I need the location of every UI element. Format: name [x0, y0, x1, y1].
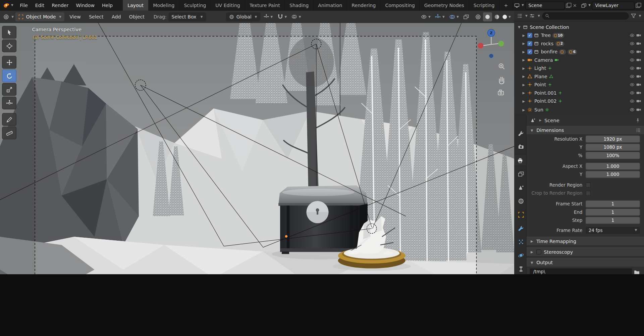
- tab-rendering[interactable]: Rendering: [347, 0, 381, 11]
- outliner-row-rocks[interactable]: ▶ ✓ rocks 2: [514, 40, 644, 48]
- collection-checkbox[interactable]: ✓: [527, 49, 532, 54]
- viewport-3d-scene[interactable]: [0, 23, 514, 274]
- outliner-row-plane[interactable]: ▶ Plane: [514, 73, 644, 81]
- hide-eye-icon[interactable]: [630, 57, 635, 62]
- display-mode-icon[interactable]: [530, 13, 535, 18]
- tab-texture-paint[interactable]: Texture Paint: [245, 0, 285, 11]
- expand-icon[interactable]: ▶: [522, 58, 526, 62]
- shading-rendered-button[interactable]: ▼: [502, 12, 511, 21]
- shading-material-button[interactable]: [492, 12, 501, 21]
- menu-select[interactable]: Select: [86, 14, 107, 19]
- outliner-row-camera[interactable]: ▶ Camera: [514, 56, 644, 64]
- hide-eye-icon[interactable]: [630, 107, 635, 112]
- tool-annotate[interactable]: [2, 113, 16, 126]
- tab-modeling[interactable]: Modeling: [149, 0, 179, 11]
- unlink-scene-button[interactable]: ×: [572, 2, 578, 8]
- tab-animation[interactable]: Animation: [314, 0, 347, 11]
- menu-edit[interactable]: Edit: [32, 0, 48, 11]
- collection-checkbox[interactable]: ✓: [527, 33, 532, 38]
- filter-icon[interactable]: [631, 13, 636, 18]
- 3d-viewport[interactable]: Camera Perspective (0) Scene Collection …: [0, 23, 514, 274]
- tool-rotate[interactable]: [2, 69, 16, 82]
- output-path-field[interactable]: /tmp\: [530, 269, 632, 274]
- collection-checkbox[interactable]: ✓: [527, 41, 532, 46]
- tab-tool[interactable]: [516, 128, 526, 138]
- tool-scale[interactable]: [2, 83, 16, 96]
- tool-measure[interactable]: [2, 127, 16, 139]
- navigation-gizmo[interactable]: Z: [471, 26, 512, 104]
- render-visibility-camera-icon[interactable]: [636, 57, 641, 62]
- menu-object[interactable]: Object: [126, 14, 148, 19]
- tab-particles[interactable]: [516, 237, 526, 246]
- tool-move[interactable]: [2, 56, 16, 69]
- tool-cursor[interactable]: [2, 40, 16, 52]
- object-visibility-dropdown[interactable]: ▼: [419, 12, 432, 21]
- expand-icon[interactable]: ▶: [522, 75, 526, 78]
- hide-eye-icon[interactable]: [630, 66, 635, 71]
- expand-icon[interactable]: ▶: [522, 42, 526, 45]
- tab-render[interactable]: [516, 142, 526, 151]
- pin-icon[interactable]: [635, 118, 640, 123]
- render-visibility-camera-icon[interactable]: [636, 90, 641, 95]
- panel-time-remapping-header[interactable]: ▶ Time Remapping: [527, 237, 644, 246]
- render-region-checkbox[interactable]: ✓: [586, 183, 591, 188]
- expand-icon[interactable]: ▶: [522, 91, 526, 95]
- scene-browse-icon[interactable]: [514, 3, 520, 8]
- panel-dimensions-header[interactable]: ▼ Dimensions: [527, 126, 644, 135]
- hide-eye-icon[interactable]: [630, 90, 635, 95]
- menu-add[interactable]: Add: [108, 14, 124, 19]
- folder-icon[interactable]: [634, 269, 640, 274]
- editor-type-3d-viewport-icon[interactable]: [3, 14, 9, 19]
- tab-uv-editing[interactable]: UV Editing: [211, 0, 245, 11]
- transform-orientation-dropdown[interactable]: Global ▼: [226, 12, 260, 21]
- tab-geometry-nodes[interactable]: Geometry Nodes: [420, 0, 469, 11]
- panel-output-header[interactable]: ▼ Output: [527, 258, 644, 267]
- hide-eye-icon[interactable]: [630, 99, 635, 104]
- resolution-y-field[interactable]: 1080 px: [586, 144, 640, 151]
- tab-view-layer[interactable]: [516, 169, 526, 179]
- render-visibility-camera-icon[interactable]: [636, 99, 641, 104]
- outliner-row-point[interactable]: ▶ Point: [514, 81, 644, 89]
- hide-eye-icon[interactable]: [630, 49, 635, 54]
- expand-icon[interactable]: ▶: [522, 34, 526, 37]
- aspect-x-field[interactable]: 1.000: [586, 162, 640, 170]
- show-gizmo-toggle[interactable]: ▼: [433, 12, 446, 21]
- resolution-x-field[interactable]: 1920 px: [586, 135, 640, 142]
- new-scene-button[interactable]: [566, 3, 571, 8]
- new-viewlayer-button[interactable]: [636, 3, 641, 8]
- tab-object[interactable]: [516, 209, 526, 219]
- frame-step-field[interactable]: 1: [586, 217, 640, 224]
- outliner-row-point-001[interactable]: ▶ Point.001: [514, 89, 644, 97]
- render-visibility-camera-icon[interactable]: [636, 74, 641, 79]
- editor-type-outliner-icon[interactable]: [517, 13, 523, 18]
- outliner-row-sun[interactable]: ▶ Sun: [514, 106, 644, 114]
- resolution-percent-field[interactable]: 100%: [586, 152, 640, 159]
- snap-target-dropdown[interactable]: ▼: [262, 12, 274, 21]
- render-visibility-camera-icon[interactable]: [636, 49, 641, 54]
- tab-world[interactable]: [516, 196, 526, 206]
- expand-icon[interactable]: ▶: [522, 50, 526, 54]
- render-visibility-camera-icon[interactable]: [636, 41, 641, 46]
- mode-dropdown[interactable]: Object Mode ▼: [15, 12, 65, 21]
- tab-scripting[interactable]: Scripting: [469, 0, 499, 11]
- expand-icon[interactable]: ▶: [522, 108, 526, 111]
- outliner-search-input[interactable]: [542, 12, 629, 19]
- expand-icon[interactable]: ▼: [517, 25, 521, 29]
- stereoscopy-checkbox[interactable]: ✓: [536, 249, 541, 254]
- outliner-row-scene-collection[interactable]: ▼ Scene Collection: [514, 23, 644, 31]
- tab-constraints[interactable]: [516, 264, 526, 274]
- render-visibility-camera-icon[interactable]: [636, 107, 641, 112]
- xray-toggle[interactable]: [462, 12, 471, 21]
- expand-icon[interactable]: ▶: [522, 83, 526, 87]
- add-workspace-button[interactable]: +: [499, 0, 513, 11]
- tab-modifiers[interactable]: [516, 223, 526, 233]
- tool-select-box[interactable]: [2, 26, 16, 39]
- viewlayer-browse-icon[interactable]: [581, 3, 586, 8]
- tool-transform[interactable]: [2, 97, 16, 109]
- frame-start-field[interactable]: 1: [586, 200, 640, 207]
- proportional-editing-toggle[interactable]: ▼: [290, 12, 303, 21]
- render-visibility-camera-icon[interactable]: [636, 33, 641, 38]
- hide-eye-icon[interactable]: [630, 41, 635, 46]
- render-visibility-camera-icon[interactable]: [636, 82, 641, 87]
- frame-rate-dropdown[interactable]: 24 fps ▼: [586, 227, 640, 234]
